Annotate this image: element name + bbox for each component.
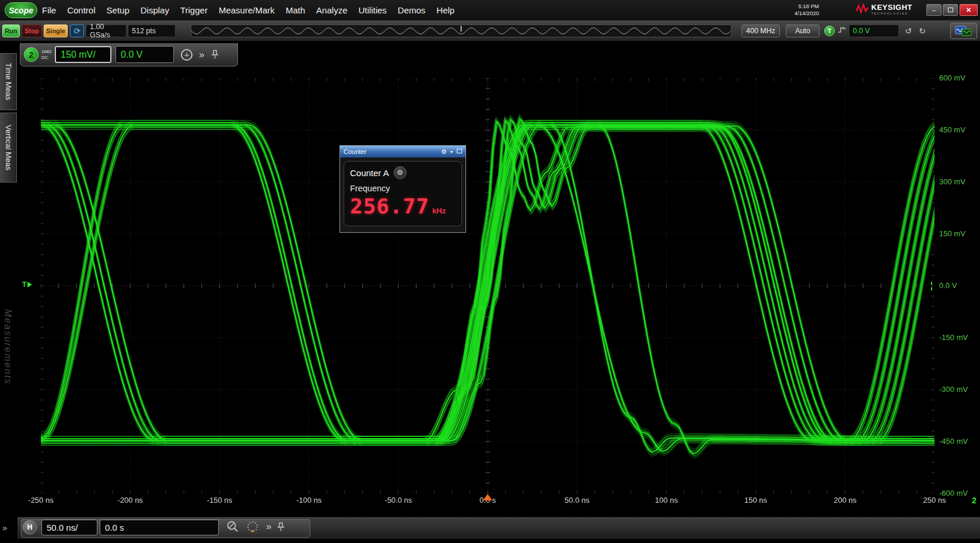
- trigger-slope-icon: [838, 26, 847, 35]
- menu-display[interactable]: Display: [141, 5, 169, 15]
- counter-window[interactable]: Counter ⚙ ▾ Counter A ⚙ Frequency 256.77…: [340, 145, 466, 233]
- scope-logo: Scope: [5, 2, 37, 18]
- graticule[interactable]: [41, 78, 935, 493]
- acquisition-mode-button[interactable]: [246, 520, 259, 533]
- circular-arrow-icon: ⟳: [74, 26, 80, 36]
- voltage-label: 450 mV: [939, 125, 965, 134]
- clock: 5:18 PM 4/14/2020: [778, 3, 819, 17]
- vertical-scale-field[interactable]: 150 mV/: [55, 46, 111, 63]
- time-label: -250 ns: [28, 496, 53, 505]
- voltage-label: 0.0 V: [939, 281, 957, 290]
- brand-sub: TECHNOLOGIES: [872, 12, 912, 16]
- plus-icon: +: [184, 50, 190, 59]
- double-chevron-icon: »: [199, 49, 203, 60]
- double-chevron-icon: »: [2, 523, 6, 533]
- vertical-offset-field[interactable]: 0.0 V: [116, 46, 174, 63]
- menu-control[interactable]: Control: [67, 5, 95, 15]
- zoom-button[interactable]: [226, 520, 239, 533]
- acquisition-toolbar: Run Stop Single ⟳ 1.00 GSa/s 512 pts 400…: [0, 20, 980, 41]
- channel-2-badge: 2: [972, 496, 977, 505]
- zoom-icon: [226, 520, 239, 533]
- brand-name: KEYSIGHT: [872, 3, 912, 11]
- trigger-level-marker[interactable]: T: [22, 281, 32, 289]
- trigger-t-label: T: [22, 281, 26, 289]
- expand-horizontal-button[interactable]: »: [266, 521, 270, 533]
- trigger-mode-button[interactable]: Auto: [786, 24, 820, 37]
- bandwidth-button[interactable]: 400 MHz: [741, 24, 780, 37]
- trigger-level-field[interactable]: 0.0 V: [849, 24, 899, 37]
- horizontal-button[interactable]: H: [23, 520, 37, 534]
- counter-window-title: Counter: [344, 148, 438, 155]
- voltage-label: 600 mV: [939, 73, 965, 82]
- menu-utilities[interactable]: Utilities: [358, 5, 386, 15]
- menu: File Control Setup Display Trigger Measu…: [42, 0, 454, 20]
- counter-titlebar[interactable]: Counter ⚙ ▾: [340, 146, 466, 157]
- menu-trigger[interactable]: Trigger: [180, 5, 208, 15]
- minimize-button[interactable]: –: [926, 4, 942, 16]
- keysight-logo: KEYSIGHT TECHNOLOGIES: [856, 3, 912, 16]
- undo-icon: ↺: [905, 26, 912, 36]
- counter-restore-icon[interactable]: [457, 149, 462, 153]
- pin-icon: [277, 522, 285, 532]
- frequency-unit: kHz: [432, 206, 446, 215]
- pin-button[interactable]: [211, 50, 219, 59]
- display-config-button[interactable]: [950, 23, 977, 39]
- redo-button[interactable]: ↻: [916, 25, 929, 37]
- voltage-axis: 600 mV450 mV300 mV150 mV0.0 V-150 mV-300…: [939, 78, 980, 493]
- maximize-button[interactable]: [943, 4, 958, 16]
- menu-setup[interactable]: Setup: [107, 5, 130, 15]
- menu-measure-mark[interactable]: Measure/Mark: [219, 5, 275, 15]
- time-label: -200 ns: [118, 496, 143, 505]
- undo-button[interactable]: ↺: [902, 25, 915, 37]
- add-waveform-button[interactable]: +: [181, 49, 192, 61]
- acquisition-preview[interactable]: [191, 24, 732, 37]
- memory-depth-display[interactable]: 512 pts: [128, 24, 176, 37]
- clock-time: 5:18 PM: [778, 3, 819, 10]
- time-label: 50.0 ns: [565, 496, 590, 505]
- timebase-field[interactable]: 50.0 ns/: [41, 520, 97, 535]
- menu-file[interactable]: File: [42, 5, 56, 15]
- counter-dropdown-icon[interactable]: ▾: [450, 149, 453, 155]
- menu-help[interactable]: Help: [436, 5, 454, 15]
- maximize-icon: [948, 8, 953, 12]
- close-icon: ✕: [966, 6, 971, 14]
- channel-2-button[interactable]: 2: [24, 47, 38, 62]
- voltage-label: -450 mV: [939, 437, 968, 446]
- counter-a-gear-button[interactable]: ⚙: [394, 166, 407, 179]
- frequency-label: Frequency: [350, 184, 456, 193]
- menu-bar: Scope File Control Setup Display Trigger…: [0, 0, 980, 20]
- time-label: -100 ns: [296, 496, 321, 505]
- single-button[interactable]: Single: [44, 24, 68, 37]
- run-button[interactable]: Run: [2, 24, 20, 37]
- redo-icon: ↻: [919, 26, 926, 36]
- close-button[interactable]: ✕: [960, 4, 978, 16]
- menu-demos[interactable]: Demos: [398, 5, 426, 15]
- pin-horizontal-button[interactable]: [277, 522, 285, 532]
- double-chevron-icon: »: [266, 521, 270, 532]
- counter-channel-label: Counter A: [350, 168, 389, 178]
- time-label: 150 ns: [744, 496, 767, 505]
- counter-body: Counter A ⚙ Frequency 256.77 kHz: [344, 161, 462, 226]
- sidebar-tab-vertical-meas[interactable]: Vertical Meas: [0, 113, 17, 183]
- voltage-label: -300 mV: [939, 385, 968, 394]
- pin-icon: [211, 50, 219, 59]
- waveform-preview-icon: [191, 25, 731, 37]
- menu-math[interactable]: Math: [286, 5, 305, 15]
- minimize-icon: –: [932, 6, 936, 13]
- channel-offset-marker[interactable]: [931, 282, 932, 290]
- refresh-button[interactable]: ⟳: [70, 24, 84, 37]
- delay-field[interactable]: 0.0 s: [100, 520, 219, 535]
- voltage-label: 150 mV: [939, 229, 965, 238]
- expand-controls-button[interactable]: »: [199, 49, 203, 61]
- measurements-watermark: Measurements: [2, 309, 13, 385]
- menu-analyze[interactable]: Analyze: [316, 5, 347, 15]
- sidebar-tab-time-meas[interactable]: Time Meas: [0, 53, 17, 110]
- corner-expand-button[interactable]: »: [2, 523, 6, 533]
- sample-rate-display[interactable]: 1.00 GSa/s: [86, 24, 127, 37]
- time-label: 250 ns: [923, 496, 946, 505]
- coupling-label: 1MΩ DC: [41, 49, 51, 59]
- voltage-label: -150 mV: [939, 333, 968, 342]
- trigger-time-marker[interactable]: [483, 494, 492, 500]
- stop-button[interactable]: Stop: [22, 24, 42, 37]
- counter-settings-icon[interactable]: ⚙: [441, 148, 447, 156]
